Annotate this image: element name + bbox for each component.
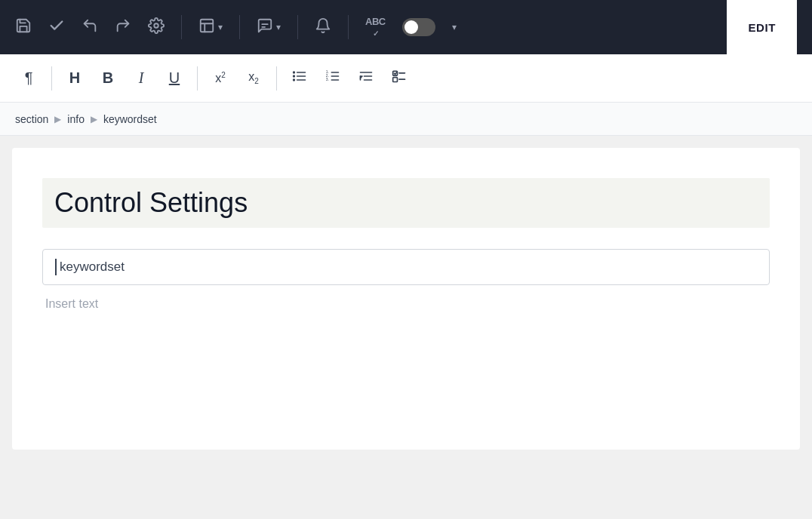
svg-rect-22 — [393, 78, 398, 82]
italic-icon: I — [139, 69, 144, 87]
spellcheck-icon: ABC ✓ — [365, 16, 386, 38]
redo-button[interactable] — [115, 17, 131, 38]
keyword-input-container[interactable]: keywordset — [42, 249, 770, 285]
paragraph-button[interactable]: ¶ — [12, 62, 45, 95]
bell-button[interactable] — [315, 17, 331, 38]
toggle-chevron: ▾ — [452, 22, 457, 32]
heading-icon: H — [69, 69, 80, 87]
spellcheck-button[interactable]: ABC ✓ — [365, 16, 386, 38]
svg-point-8 — [294, 75, 295, 77]
svg-point-0 — [154, 23, 158, 28]
save-button[interactable] — [15, 17, 32, 38]
toolbar-divider-3 — [297, 15, 298, 39]
insert-text-placeholder: Insert text — [42, 297, 770, 311]
toolbar-divider-4 — [348, 15, 349, 39]
checklist-icon — [392, 69, 407, 88]
svg-rect-1 — [201, 19, 214, 32]
top-toolbar: ▾ ▾ ABC ✓ — [0, 0, 812, 54]
comment-icon — [257, 17, 273, 38]
format-divider-1 — [51, 66, 52, 91]
indent-button[interactable] — [349, 62, 383, 95]
section-title: Control Settings — [42, 178, 770, 228]
bold-button[interactable]: B — [91, 62, 125, 95]
italic-button[interactable]: I — [125, 62, 158, 95]
svg-text:3.: 3. — [326, 77, 329, 81]
toolbar-icons-group: ▾ ▾ ABC ✓ — [15, 15, 709, 39]
indent-icon — [358, 69, 374, 88]
main-content: Control Settings keywordset Insert text — [12, 148, 800, 450]
svg-point-9 — [294, 79, 295, 81]
superscript-button[interactable]: x2 — [204, 62, 237, 95]
comment-button[interactable]: ▾ — [257, 17, 281, 38]
breadcrumb: section ▶ info ▶ keywordset — [0, 103, 812, 136]
layout-icon — [198, 17, 215, 38]
format-divider-3 — [276, 66, 277, 91]
toggle-switch[interactable] — [402, 18, 435, 36]
checklist-button[interactable] — [383, 62, 416, 95]
redo-icon — [115, 17, 131, 38]
comment-chevron: ▾ — [276, 22, 281, 32]
breadcrumb-arrow-1: ▶ — [54, 114, 61, 124]
subscript-button[interactable]: x2 — [237, 62, 270, 95]
subscript-icon: x2 — [248, 70, 259, 85]
toggle-track[interactable] — [402, 18, 435, 36]
heading-button[interactable]: H — [58, 62, 91, 95]
breadcrumb-section[interactable]: section — [15, 113, 48, 125]
toggle-thumb — [404, 20, 418, 34]
breadcrumb-info[interactable]: info — [67, 113, 85, 125]
check-icon — [48, 17, 65, 38]
format-toolbar: ¶ H B I U x2 x2 — [0, 54, 812, 103]
paragraph-icon: ¶ — [25, 69, 33, 87]
bold-icon: B — [103, 69, 113, 87]
check-button[interactable] — [48, 17, 65, 38]
unordered-list-button[interactable] — [283, 62, 316, 95]
toolbar-divider-1 — [181, 15, 182, 39]
underline-icon: U — [169, 69, 180, 87]
keyword-input-value: keywordset — [60, 260, 125, 275]
format-divider-2 — [197, 66, 198, 91]
underline-button[interactable]: U — [158, 62, 191, 95]
settings-icon — [148, 17, 165, 38]
undo-icon — [82, 17, 98, 38]
text-cursor — [55, 259, 57, 275]
breadcrumb-arrow-2: ▶ — [91, 114, 97, 124]
undo-button[interactable] — [82, 17, 98, 38]
superscript-icon: x2 — [215, 71, 226, 85]
layout-chevron: ▾ — [218, 22, 223, 32]
save-icon — [15, 17, 32, 38]
settings-button[interactable] — [148, 17, 165, 38]
unordered-list-icon — [292, 69, 307, 88]
breadcrumb-keywordset[interactable]: keywordset — [103, 113, 157, 125]
edit-button[interactable]: EDIT — [727, 0, 797, 54]
ordered-list-icon: 1. 2. 3. — [325, 69, 340, 88]
toolbar-divider-2 — [239, 15, 240, 39]
ordered-list-button[interactable]: 1. 2. 3. — [316, 62, 349, 95]
layout-button[interactable]: ▾ — [198, 17, 223, 38]
bell-icon — [315, 17, 331, 38]
svg-point-7 — [294, 72, 295, 73]
